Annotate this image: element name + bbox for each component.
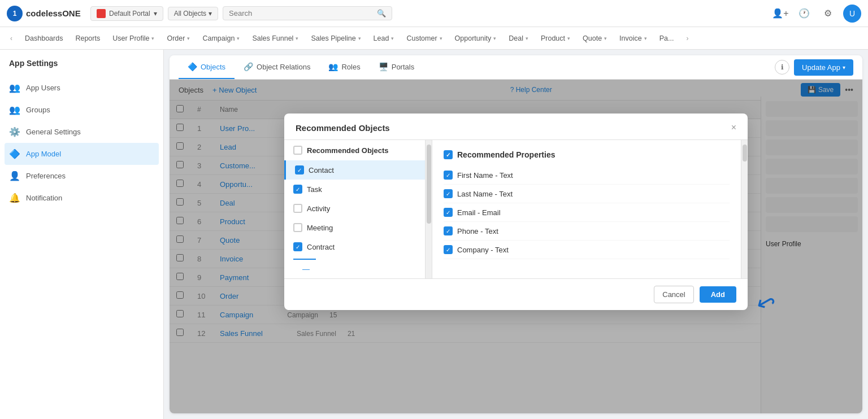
right-scrollbar-thumb: [743, 145, 747, 162]
chevron-down-icon: ▾: [526, 36, 528, 41]
chevron-down-icon: ▾: [358, 36, 361, 41]
top-navigation: 1 codelessONE Default Portal ▾ All Objec…: [0, 0, 868, 27]
cancel-button[interactable]: Cancel: [654, 286, 693, 303]
table-area: Objects + New Object ? Help Center 💾 Sav…: [170, 80, 862, 413]
add-user-icon[interactable]: 👤+: [772, 5, 789, 22]
tab-objects[interactable]: 🔷 Objects: [179, 55, 235, 79]
modal-item-contract[interactable]: ✓ Contract: [284, 237, 425, 256]
logo-text: codelessONE: [26, 8, 81, 18]
meeting-label: Meeting: [307, 224, 333, 232]
recommended-props-checkbox[interactable]: ✓: [444, 150, 453, 159]
modal-item-contact[interactable]: ✓ Contact: [284, 160, 425, 180]
info-button[interactable]: ℹ: [775, 60, 789, 75]
last-name-checkbox[interactable]: ✓: [444, 189, 453, 198]
tab-roles[interactable]: 👥 Roles: [319, 55, 369, 79]
nav-item-opportunity[interactable]: Opportunity▾: [449, 27, 502, 50]
nav-item-dashboards[interactable]: Dashboards: [19, 27, 68, 50]
search-input[interactable]: [229, 9, 374, 18]
settings-icon[interactable]: ⚙: [819, 5, 836, 22]
sidebar-item-general-settings[interactable]: ⚙️ General Settings: [0, 121, 163, 143]
gear-icon: ⚙️: [9, 126, 20, 137]
prop-email: ✓ Email - Email: [444, 203, 730, 222]
sidebar-item-app-model[interactable]: 🔷 App Model: [5, 143, 159, 165]
nav-item-reports[interactable]: Reports: [70, 27, 106, 50]
tab-portals[interactable]: 🖥️ Portals: [370, 55, 423, 79]
nav-item-sales-pipeline[interactable]: Sales Pipeline▾: [305, 27, 366, 50]
chevron-down-icon: ▾: [151, 36, 154, 41]
first-name-checkbox[interactable]: ✓: [444, 171, 453, 180]
main-layout: App Settings 👥 App Users 👥 Groups ⚙️ Gen…: [0, 50, 868, 419]
prop-first-name: ✓ First Name - Text: [444, 166, 730, 185]
nav-item-quote[interactable]: Quote▾: [577, 27, 613, 50]
recommended-objects-checkbox[interactable]: [293, 146, 302, 155]
company-checkbox[interactable]: ✓: [444, 245, 453, 254]
nav-prev-arrow[interactable]: ‹: [5, 32, 18, 45]
user-avatar[interactable]: U: [843, 5, 861, 23]
portal-badge[interactable]: Default Portal ▾: [90, 6, 163, 21]
sidebar-item-label: Notification: [26, 194, 62, 202]
chevron-down-icon: ▾: [493, 36, 496, 41]
nav-item-invoice[interactable]: Invoice▾: [614, 27, 653, 50]
chevron-down-icon: ▾: [209, 10, 212, 18]
nav-item-user-profile[interactable]: User Profile▾: [107, 27, 160, 50]
portal-label: Default Portal: [109, 10, 150, 18]
users-icon: 👥: [9, 82, 20, 93]
link-icon: 🔗: [244, 62, 253, 71]
recommended-objects-modal: Recommended Objects × Recommended Object…: [284, 114, 748, 310]
chevron-down-icon: ▾: [154, 10, 157, 18]
app-logo[interactable]: 1 codelessONE: [7, 6, 86, 21]
sidebar-item-groups[interactable]: 👥 Groups: [0, 99, 163, 121]
update-app-button[interactable]: Update App ▾: [794, 59, 853, 76]
company-label: Company - Text: [457, 246, 509, 254]
chevron-down-icon: ▾: [187, 36, 190, 41]
phone-checkbox[interactable]: ✓: [444, 226, 453, 235]
contact-checkbox[interactable]: ✓: [295, 165, 304, 174]
chevron-down-icon: ▾: [644, 36, 647, 41]
task-checkbox[interactable]: ✓: [293, 185, 302, 194]
second-navigation: ‹ Dashboards Reports User Profile▾ Order…: [0, 27, 868, 50]
nav-item-customer[interactable]: Customer▾: [401, 27, 448, 50]
prop-phone: ✓ Phone - Text: [444, 222, 730, 241]
right-scrollbar[interactable]: [741, 140, 748, 278]
nav-item-deal[interactable]: Deal▾: [503, 27, 534, 50]
add-button[interactable]: Add: [700, 286, 736, 303]
all-objects-dropdown[interactable]: All Objects ▾: [168, 7, 218, 20]
nav-item-lead[interactable]: Lead▾: [368, 27, 400, 50]
modal-scrollbar[interactable]: [426, 140, 432, 278]
nav-item-sales-funnel[interactable]: Sales Funnel▾: [246, 27, 304, 50]
modal-item-task[interactable]: ✓ Task: [284, 180, 425, 199]
sidebar-item-notification[interactable]: 🔔 Notification: [0, 187, 163, 209]
modal-item-meeting[interactable]: Meeting: [284, 218, 425, 237]
scroll-indicator: —: [293, 259, 316, 278]
contract-checkbox[interactable]: ✓: [293, 242, 302, 251]
modal-item-activity[interactable]: Activity: [284, 199, 425, 218]
sidebar-item-preferences[interactable]: 👤 Preferences: [0, 165, 163, 187]
search-icon: 🔍: [377, 9, 386, 18]
nav-item-campaign[interactable]: Campaign▾: [197, 27, 245, 50]
left-section-label: Recommended Objects: [307, 146, 389, 155]
sidebar-item-label: Preferences: [26, 172, 66, 180]
search-bar[interactable]: 🔍: [223, 6, 392, 20]
nav-item-order[interactable]: Order▾: [161, 27, 196, 50]
sidebar-item-label: General Settings: [26, 128, 81, 136]
modal-footer: Cancel Add ↩: [284, 278, 748, 310]
nav-next-arrow[interactable]: ›: [680, 32, 694, 45]
meeting-checkbox[interactable]: [293, 223, 302, 232]
activity-checkbox[interactable]: [293, 204, 302, 213]
tab-object-relations[interactable]: 🔗 Object Relations: [235, 55, 319, 79]
modal-close-button[interactable]: ×: [731, 123, 736, 133]
nav-item-product[interactable]: Product▾: [535, 27, 576, 50]
email-checkbox[interactable]: ✓: [444, 208, 453, 217]
nav-item-pa[interactable]: Pa...: [654, 27, 680, 50]
chevron-down-icon: ▾: [237, 36, 240, 41]
sidebar-title: App Settings: [0, 59, 163, 77]
modal-right-panel: ✓ Recommended Properties ✓ First Name - …: [432, 140, 741, 278]
email-label: Email - Email: [457, 208, 501, 217]
sidebar-item-app-users[interactable]: 👥 App Users: [0, 77, 163, 99]
modal-title: Recommended Objects: [296, 123, 390, 133]
first-name-label: First Name - Text: [457, 171, 513, 180]
prop-last-name: ✓ Last Name - Text: [444, 185, 730, 203]
history-icon[interactable]: 🕐: [796, 5, 813, 22]
chevron-down-icon: ▾: [604, 36, 607, 41]
task-label: Task: [307, 185, 322, 194]
